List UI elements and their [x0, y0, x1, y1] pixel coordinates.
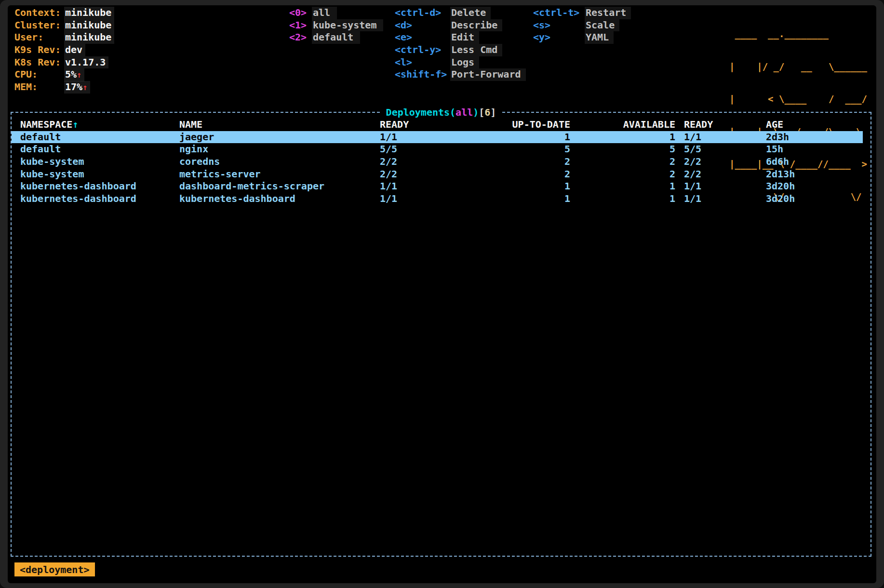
user-label: User:	[14, 31, 64, 44]
namespace-hotkeys: <0>all <1>kube-system <2>default	[289, 7, 383, 44]
hotkey-1-label: kube-system	[312, 19, 383, 32]
sort-asc-arrow-icon: ↑	[72, 119, 78, 130]
namespace-hotkey-default[interactable]: <2>default	[289, 31, 383, 44]
namespace-header-label: NAMESPACE	[20, 119, 72, 130]
context-label: Context:	[14, 7, 64, 19]
table-header-row: NAMESPACE↑ NAME READY UP-TO-DATE AVAILAB…	[12, 119, 863, 131]
context-value: minikube	[64, 7, 114, 19]
cell-up-to-date: 1	[469, 193, 570, 205]
key-e: <e>	[395, 31, 450, 44]
cell-up-to-date: 1	[469, 131, 570, 144]
k9s-logo-line: | |/ _/ __ \______	[729, 61, 867, 72]
resource-name: Deployments	[386, 107, 450, 118]
cell-up-to-date: 5	[469, 143, 570, 156]
table-row-kubernetes-dashboard[interactable]: kubernetes-dashboard kubernetes-dashboar…	[12, 193, 863, 205]
cluster-info-row: CPU:5%↑	[14, 68, 114, 81]
cell-ready2: 1/1	[675, 180, 766, 193]
key-shift-f: <shift-f>	[395, 68, 450, 81]
menu-item-delete[interactable]: <ctrl-d>Delete	[395, 7, 526, 19]
cell-name: metrics-server	[179, 168, 380, 181]
cell-up-to-date: 2	[469, 168, 570, 181]
cell-ready: 1/1	[380, 180, 469, 193]
menu-item-less-cmd[interactable]: <ctrl-y>Less Cmd	[395, 44, 526, 56]
cell-available: 1	[570, 131, 675, 144]
cluster-info: Context:minikube Cluster:minikube User:m…	[14, 7, 114, 94]
cell-age: 2d3h	[766, 131, 863, 144]
hotkey-2-label: default	[312, 31, 360, 44]
key-ctrl-d: <ctrl-d>	[395, 7, 450, 19]
table-row-jaeger[interactable]: default jaeger 1/1 1 1 1/1 2d3h	[12, 131, 863, 144]
cluster-info-row: Context:minikube	[14, 7, 114, 19]
cell-namespace: kubernetes-dashboard	[12, 180, 179, 193]
mem-up-arrow-icon: ↑	[82, 82, 87, 92]
hotkey-2: <2>	[289, 31, 312, 44]
yaml-label: YAML	[585, 31, 614, 44]
cell-ready: 1/1	[380, 193, 469, 205]
cell-name: kubernetes-dashboard	[179, 193, 380, 205]
column-header-namespace[interactable]: NAMESPACE↑	[12, 119, 179, 131]
table-row-nginx[interactable]: default nginx 5/5 5 5 5/5 15h	[12, 143, 863, 156]
cell-up-to-date: 1	[469, 180, 570, 193]
cell-ready: 2/2	[380, 168, 469, 181]
mem-value: 17%↑	[64, 81, 90, 94]
bracket-open: [	[479, 107, 484, 118]
column-header-name[interactable]: NAME	[179, 119, 380, 131]
logs-label: Logs	[450, 56, 479, 69]
namespace-hotkey-kube-system[interactable]: <1>kube-system	[289, 19, 383, 32]
cluster-info-row: K9s Rev:dev	[14, 44, 114, 56]
command-menu-col2: <ctrl-t>Restart <s>Scale <y>YAML	[533, 7, 631, 44]
cell-up-to-date: 2	[469, 156, 570, 168]
cluster-label: Cluster:	[14, 19, 64, 32]
cell-namespace: kube-system	[12, 168, 179, 181]
cell-namespace: default	[12, 131, 179, 144]
cell-available: 1	[570, 180, 675, 193]
column-header-available[interactable]: AVAILABLE	[570, 119, 675, 131]
menu-item-port-forward[interactable]: <shift-f>Port-Forward	[395, 68, 526, 81]
column-header-ready[interactable]: READY	[380, 119, 469, 131]
cell-age: 3d20h	[766, 193, 863, 205]
menu-item-yaml[interactable]: <y>YAML	[533, 31, 631, 44]
resource-count: 6	[484, 107, 490, 118]
menu-item-logs[interactable]: <l>Logs	[395, 56, 526, 69]
cell-name: nginx	[179, 143, 380, 156]
k9s-logo-line: ____ __.________	[729, 28, 867, 40]
restart-label: Restart	[585, 7, 631, 19]
column-header-ready2[interactable]: READY	[675, 119, 766, 131]
k8s-rev-value: v1.17.3	[64, 56, 108, 69]
cell-ready: 2/2	[380, 156, 469, 168]
scale-label: Scale	[585, 19, 619, 32]
cell-namespace: default	[12, 143, 179, 156]
cluster-info-row: Cluster:minikube	[14, 19, 114, 32]
less-cmd-label: Less Cmd	[450, 44, 502, 56]
bracket-close: ]	[490, 107, 496, 118]
menu-item-scale[interactable]: <s>Scale	[533, 19, 631, 32]
cell-available: 5	[570, 143, 675, 156]
breadcrumb-deployment[interactable]: <deployment>	[14, 562, 95, 576]
cell-ready2: 5/5	[675, 143, 766, 156]
cell-age: 2d13h	[766, 168, 863, 181]
table-row-metrics-server[interactable]: kube-system metrics-server 2/2 2 2 2/2 2…	[12, 168, 863, 181]
hotkey-0-label: all	[312, 7, 337, 19]
column-header-up-to-date[interactable]: UP-TO-DATE	[469, 119, 570, 131]
title-namespace: all	[455, 107, 473, 118]
mem-percent: 17%	[65, 81, 82, 93]
key-l: <l>	[395, 56, 450, 69]
mem-label: MEM:	[14, 81, 64, 94]
table-row-dashboard-metrics-scraper[interactable]: kubernetes-dashboard dashboard-metrics-s…	[12, 180, 863, 193]
table-row-coredns[interactable]: kube-system coredns 2/2 2 2 2/2 6d6h	[12, 156, 863, 168]
key-ctrl-y: <ctrl-y>	[395, 44, 450, 56]
menu-item-edit[interactable]: <e>Edit	[395, 31, 526, 44]
paren-open: (	[450, 107, 455, 118]
cell-available: 1	[570, 193, 675, 205]
column-header-age[interactable]: AGE	[766, 119, 863, 131]
namespace-hotkey-all[interactable]: <0>all	[289, 7, 383, 19]
cell-age: 15h	[766, 143, 863, 156]
command-menu-col1: <ctrl-d>Delete <d>Describe <e>Edit <ctrl…	[395, 7, 526, 81]
panel-title: Deployments(all)[6]	[381, 106, 501, 119]
cluster-info-row: MEM:17%↑	[14, 81, 114, 94]
cell-ready: 5/5	[380, 143, 469, 156]
menu-item-restart[interactable]: <ctrl-t>Restart	[533, 7, 631, 19]
cluster-value: minikube	[64, 19, 114, 32]
delete-label: Delete	[450, 7, 491, 19]
menu-item-describe[interactable]: <d>Describe	[395, 19, 526, 32]
